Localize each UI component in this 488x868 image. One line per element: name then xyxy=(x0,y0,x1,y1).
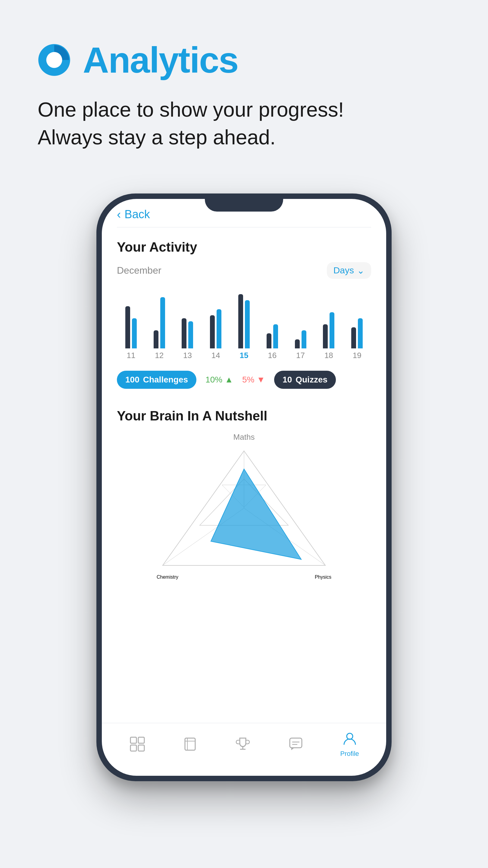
quizzes-label: Quizzes xyxy=(295,375,327,384)
svg-rect-9 xyxy=(130,737,136,743)
bar-group-11: 11 xyxy=(117,288,145,360)
bar-blue-14 xyxy=(217,309,221,348)
back-label: Back xyxy=(124,208,150,221)
up-arrow-icon: ▲ xyxy=(225,375,233,384)
bar-blue-13 xyxy=(188,321,193,348)
bar-dark-19 xyxy=(351,327,356,348)
header-subtitle: One place to show your progress! Always … xyxy=(38,96,450,151)
stats-row: 100 Challenges 10% ▲ 5% ▼ 10 Quizzes xyxy=(117,366,371,393)
quizzes-badge: 10 Quizzes xyxy=(274,371,336,389)
radar-label-chemistry: Chemistry xyxy=(157,575,178,580)
bar-group-14: 14 xyxy=(201,288,230,360)
days-dropdown[interactable]: Days ⌄ xyxy=(327,262,371,279)
bar-group-18: 18 xyxy=(315,288,343,360)
svg-rect-12 xyxy=(138,745,144,751)
dropdown-chevron-icon: ⌄ xyxy=(357,265,364,276)
book-icon xyxy=(182,736,198,752)
bar-label-17: 17 xyxy=(296,351,305,360)
bar-dark-12 xyxy=(154,330,158,348)
challenges-badge: 100 Challenges xyxy=(117,371,196,389)
brain-section: Your Brain In A Nutshell Maths xyxy=(102,399,386,589)
bar-blue-17 xyxy=(301,330,306,348)
radar-label-physics: Physics xyxy=(315,575,331,580)
bar-group-19: 19 xyxy=(343,288,371,360)
phone-notch xyxy=(205,193,283,212)
bar-dark-11 xyxy=(125,306,130,348)
svg-marker-8 xyxy=(211,469,301,559)
days-label: Days xyxy=(333,265,354,276)
back-chevron-icon: ‹ xyxy=(117,208,121,220)
bar-blue-18 xyxy=(330,312,334,348)
bar-label-19: 19 xyxy=(353,351,361,360)
quizzes-count: 10 xyxy=(283,375,292,384)
bar-dark-17 xyxy=(295,339,300,348)
bar-group-13: 13 xyxy=(173,288,202,360)
activity-section: Your Activity December Days ⌄ xyxy=(102,227,386,399)
bar-blue-16 xyxy=(273,324,278,348)
radar-svg xyxy=(157,445,331,571)
svg-rect-13 xyxy=(185,738,195,750)
nav-item-chat[interactable] xyxy=(287,736,304,752)
bar-label-11: 11 xyxy=(127,351,135,360)
challenges-label: Challenges xyxy=(143,375,188,384)
phone-screen: ‹ Back Your Activity December Days ⌄ xyxy=(102,199,386,776)
bar-dark-14 xyxy=(210,315,215,348)
bar-blue-12 xyxy=(160,297,165,348)
bar-label-18: 18 xyxy=(324,351,333,360)
bar-group-15: 15 xyxy=(230,288,258,360)
challenges-count: 100 xyxy=(125,375,139,384)
bar-label-14: 14 xyxy=(212,351,220,360)
month-label: December xyxy=(117,265,161,276)
person-icon xyxy=(341,731,358,747)
radar-labels-bottom: Chemistry Physics xyxy=(157,575,331,580)
bar-group-17: 17 xyxy=(287,288,315,360)
nav-item-home[interactable] xyxy=(129,736,145,752)
radar-chart: Maths xyxy=(117,433,371,580)
title-row: Analytics xyxy=(38,39,450,81)
month-row: December Days ⌄ xyxy=(117,262,371,279)
chat-icon xyxy=(287,736,304,752)
percent-up: 10% ▲ xyxy=(205,375,233,384)
percent-down: 5% ▼ xyxy=(242,375,265,384)
bar-label-16: 16 xyxy=(268,351,276,360)
percent-up-value: 10% xyxy=(205,375,222,384)
trophy-icon xyxy=(235,736,251,752)
analytics-icon xyxy=(38,43,71,76)
bar-dark-16 xyxy=(267,333,271,348)
nav-item-trophy[interactable] xyxy=(235,736,251,752)
bar-dark-15 xyxy=(238,294,243,348)
bottom-nav: Profile xyxy=(102,723,386,776)
percent-down-value: 5% xyxy=(242,375,254,384)
header-section: Analytics One place to show your progres… xyxy=(0,0,488,169)
bar-blue-11 xyxy=(132,318,137,348)
svg-rect-11 xyxy=(130,745,136,751)
bar-blue-19 xyxy=(358,318,363,348)
bar-dark-13 xyxy=(182,318,187,348)
page-title: Analytics xyxy=(83,39,238,81)
activity-title: Your Activity xyxy=(117,240,371,255)
bar-chart: 11 12 xyxy=(117,288,371,360)
bar-group-16: 16 xyxy=(258,288,287,360)
grid-icon xyxy=(129,736,145,752)
profile-nav-label: Profile xyxy=(340,750,359,758)
bar-group-12: 12 xyxy=(145,288,173,360)
bar-dark-18 xyxy=(323,324,328,348)
bar-label-12: 12 xyxy=(155,351,164,360)
nav-item-profile[interactable]: Profile xyxy=(340,731,359,758)
svg-rect-18 xyxy=(290,738,302,748)
radar-label-maths: Maths xyxy=(233,433,255,442)
svg-point-1 xyxy=(46,52,62,68)
brain-title: Your Brain In A Nutshell xyxy=(117,408,371,424)
svg-point-21 xyxy=(347,733,353,739)
bar-label-13: 13 xyxy=(183,351,192,360)
svg-rect-10 xyxy=(138,737,144,743)
phone-container: ‹ Back Your Activity December Days ⌄ xyxy=(0,193,488,781)
bar-blue-15 xyxy=(245,300,250,348)
nav-item-book[interactable] xyxy=(182,736,198,752)
phone-outer: ‹ Back Your Activity December Days ⌄ xyxy=(96,193,392,781)
bar-label-15: 15 xyxy=(240,351,249,360)
down-arrow-icon: ▼ xyxy=(257,375,265,384)
